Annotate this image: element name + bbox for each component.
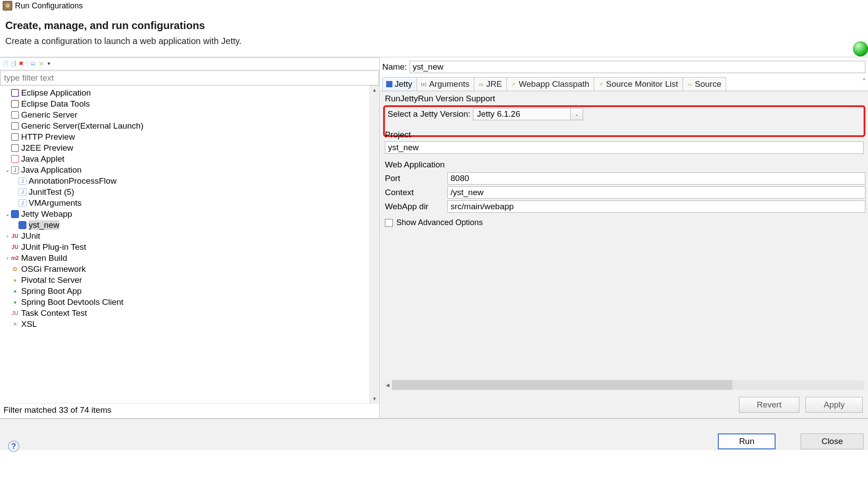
maven-icon: m2 [11, 254, 19, 262]
dropdown-value: Jetty 6.1.26 [473, 109, 570, 119]
filter-input[interactable] [0, 70, 379, 85]
jetty-icon [11, 210, 19, 218]
tree-item-xsl[interactable]: ✕XSL [0, 318, 369, 330]
tab-label: Arguments [429, 79, 469, 89]
port-input[interactable] [447, 172, 865, 185]
tree-label: VMArguments [29, 198, 81, 208]
eclipse-icon [11, 89, 19, 97]
tree-item-yst-new[interactable]: yst_new [0, 219, 369, 230]
context-row: Context [380, 185, 868, 200]
jetty-version-dropdown[interactable]: Jetty 6.1.26 ⌄ [473, 108, 583, 120]
tree-label: JUnit [21, 231, 40, 241]
expander-icon[interactable]: › [4, 233, 11, 239]
close-button[interactable]: Close [801, 433, 864, 449]
view-menu-icon[interactable]: ▾ [45, 60, 52, 67]
title-bar: ⚙ Run Configurations [0, 0, 868, 11]
tree-item-eclipse-data-tools[interactable]: Eclipse Data Tools [0, 98, 369, 109]
tab-label: JRE [486, 79, 502, 89]
tree-item-java-applet[interactable]: Java Applet [0, 153, 369, 164]
tree-item-task-context[interactable]: JUTask Context Test [0, 307, 369, 318]
scroll-left-icon[interactable]: ◀ [383, 380, 392, 390]
configurations-pane: 📄 📑 ✖ 🗂 ⇲ ▾ Eclipse Application Eclipse … [0, 57, 380, 418]
webappdir-input[interactable] [447, 200, 865, 213]
applet-icon [11, 155, 19, 163]
tree-item-annotation-flow[interactable]: JAnnotationProcessFlow [0, 175, 369, 186]
junit-icon: JU [11, 232, 19, 240]
tab-jre[interactable]: ▭JRE [474, 77, 507, 91]
port-row: Port [380, 171, 868, 185]
chevron-down-icon[interactable]: ⌄ [570, 108, 583, 120]
database-icon [11, 100, 19, 108]
tree-scrollbar[interactable]: ▲ ▼ [369, 85, 379, 403]
tree-item-maven-build[interactable]: ›m2Maven Build [0, 252, 369, 263]
expander-icon[interactable]: ⌄ [4, 167, 11, 173]
tree-item-junit-test[interactable]: JJunitTest (5) [0, 186, 369, 197]
scroll-down-icon[interactable]: ▼ [370, 394, 379, 403]
tree-label: Spring Boot App [21, 286, 81, 296]
hscroll-thumb[interactable] [392, 380, 732, 390]
collapse-all-icon[interactable]: 🗂 [30, 60, 37, 67]
source-icon: ▭ [687, 81, 693, 87]
expander-icon[interactable]: › [4, 255, 11, 261]
revert-button[interactable]: Revert [739, 397, 800, 413]
tree-label: AnnotationProcessFlow [29, 176, 117, 186]
tree-item-spring-boot[interactable]: ●Spring Boot App [0, 285, 369, 296]
tree-label: XSL [21, 319, 37, 329]
tree-label: Generic Server(External Launch) [21, 121, 144, 131]
tab-jetty[interactable]: Jetty [382, 77, 417, 91]
hscroll-track[interactable] [392, 380, 864, 390]
tree-item-junit[interactable]: ›JUJUnit [0, 230, 369, 241]
expander-icon[interactable]: ⌄ [4, 211, 11, 217]
tree-item-generic-server-external[interactable]: Generic Server(External Launch) [0, 120, 369, 131]
osgi-icon: ✪ [11, 265, 19, 273]
tree-item-vm-arguments[interactable]: JVMArguments [0, 197, 369, 208]
tree-item-j2ee-preview[interactable]: J2EE Preview [0, 142, 369, 153]
tab-source-monitor[interactable]: ↗Source Monitor List [594, 77, 683, 91]
context-input[interactable] [447, 186, 865, 199]
tree-item-eclipse-application[interactable]: Eclipse Application [0, 87, 369, 98]
java-config-icon: J [18, 188, 26, 196]
scroll-up-icon[interactable]: ▲ [370, 85, 379, 94]
port-label: Port [385, 174, 447, 183]
apply-button[interactable]: Apply [805, 397, 863, 413]
http-icon [11, 133, 19, 141]
java-icon: J [11, 166, 19, 174]
tree-label: Maven Build [21, 253, 67, 263]
details-pane: Name: Jetty (x)Arguments ▭JRE ↗Webapp Cl… [380, 57, 868, 418]
tree-item-http-preview[interactable]: HTTP Preview [0, 131, 369, 142]
expand-all-icon[interactable]: ⇲ [37, 60, 44, 67]
duplicate-config-icon[interactable]: 📑 [10, 60, 17, 67]
help-icon[interactable]: ? [8, 441, 19, 452]
config-tree[interactable]: Eclipse Application Eclipse Data Tools G… [0, 85, 369, 403]
tab-overflow-icon[interactable]: » [863, 77, 865, 81]
version-group-label: RunJettyRun Version Support [380, 91, 868, 105]
tree-label: Java Application [21, 165, 81, 175]
panel-horizontal-scrollbar[interactable]: ◀ [383, 380, 864, 390]
tab-classpath[interactable]: ↗Webapp Classpath [506, 77, 594, 91]
tab-source[interactable]: ▭Source [683, 77, 726, 91]
tree-item-java-application[interactable]: ⌄JJava Application [0, 164, 369, 175]
delete-config-icon[interactable]: ✖ [18, 60, 25, 67]
name-row: Name: [380, 57, 868, 76]
tab-arguments[interactable]: (x)Arguments [417, 77, 474, 91]
tree-item-spring-devtools[interactable]: ●Spring Boot Devtools Client [0, 296, 369, 307]
tree-label: Eclipse Application [21, 88, 91, 98]
new-config-icon[interactable]: 📄 [2, 60, 9, 67]
window-title: Run Configurations [15, 1, 83, 11]
webappdir-row: WebApp dir [380, 200, 868, 214]
name-input[interactable] [410, 61, 865, 73]
tree-item-generic-server[interactable]: Generic Server [0, 109, 369, 120]
context-label: Context [385, 188, 447, 197]
tree-item-junit-plugin[interactable]: JUJUnit Plug-in Test [0, 241, 369, 252]
tree-item-pivotal-tc[interactable]: ●Pivotal tc Server [0, 274, 369, 285]
tree-item-osgi[interactable]: ✪OSGi Framework [0, 263, 369, 274]
tree-item-jetty-webapp[interactable]: ⌄Jetty Webapp [0, 208, 369, 219]
jetty-icon [386, 81, 392, 87]
run-button[interactable]: Run [718, 433, 776, 449]
tab-label: Source [695, 79, 721, 89]
project-input[interactable] [385, 141, 864, 154]
advanced-checkbox[interactable] [385, 219, 393, 227]
classpath-icon: ↗ [510, 81, 517, 87]
advanced-options-row[interactable]: Show Advanced Options [380, 214, 868, 232]
task-icon: JU [11, 309, 19, 317]
